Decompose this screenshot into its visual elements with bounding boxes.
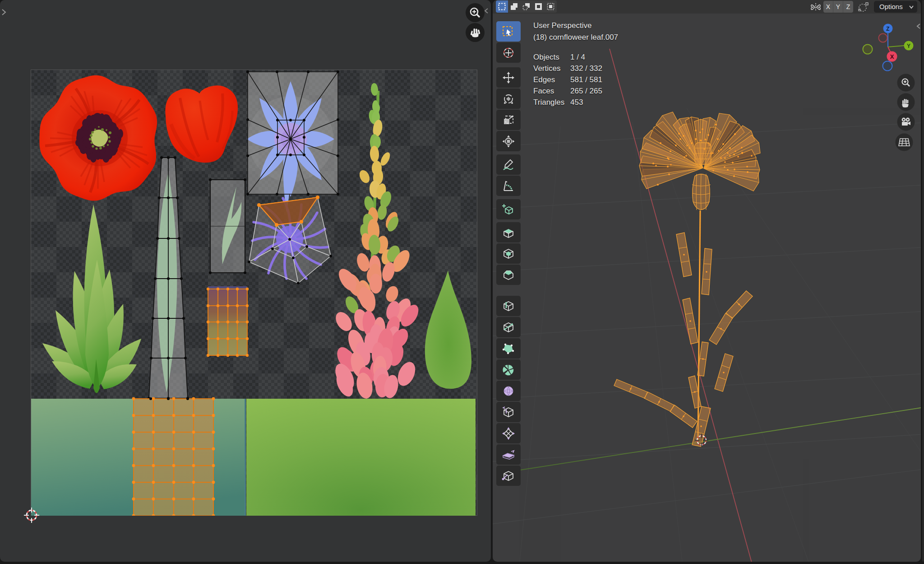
svg-text:Y: Y (907, 43, 910, 49)
svg-text:X: X (890, 53, 894, 60)
svg-text:Z: Z (886, 26, 889, 32)
